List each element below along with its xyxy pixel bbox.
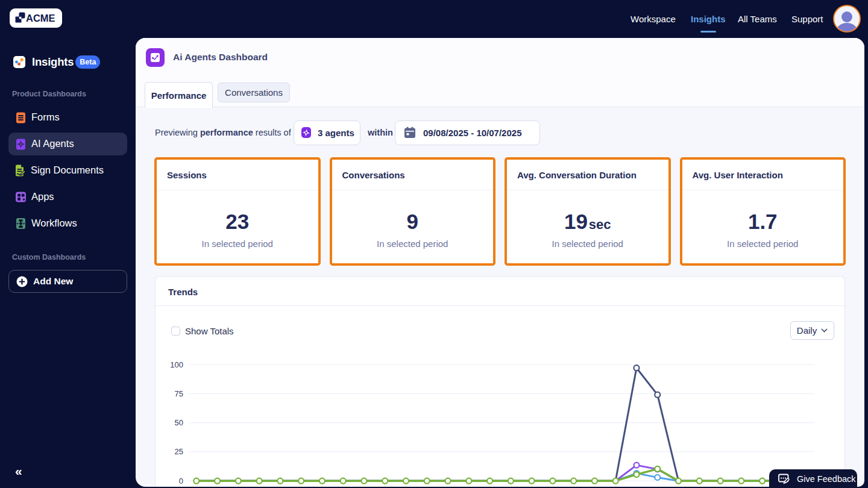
svg-text:25: 25 — [175, 447, 183, 456]
svg-text:0: 0 — [179, 477, 183, 486]
svg-text:100: 100 — [170, 360, 183, 369]
svg-text:50: 50 — [175, 418, 183, 427]
svg-text:75: 75 — [175, 389, 183, 398]
